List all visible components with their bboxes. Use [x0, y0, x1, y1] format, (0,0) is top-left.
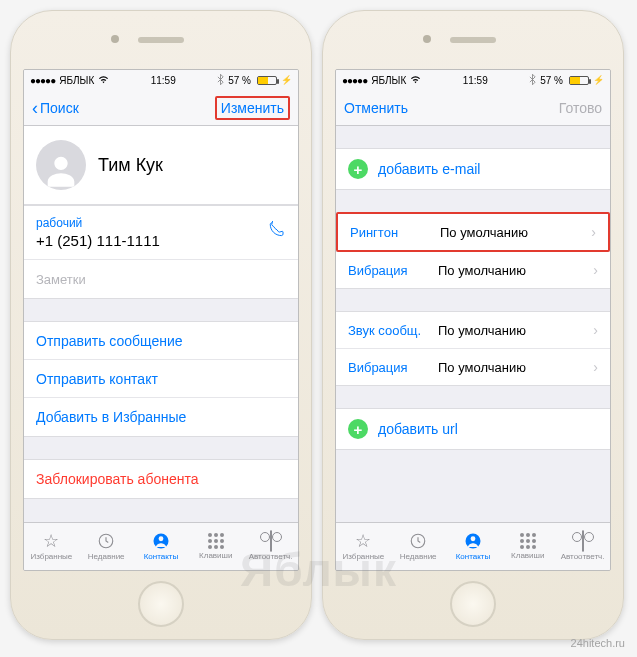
star-icon: ☆: [355, 532, 371, 550]
phone-row[interactable]: рабочий +1 (251) 111-1111: [24, 206, 298, 260]
carrier-label: ЯБЛЫК: [59, 75, 94, 86]
tab-voicemail-label: Автоответч.: [561, 552, 605, 561]
bluetooth-icon: [529, 74, 536, 87]
phone-number: +1 (251) 111-1111: [36, 232, 160, 249]
person-icon: [463, 532, 483, 550]
tab-favorites-label: Избранные: [342, 552, 384, 561]
speaker: [450, 37, 496, 43]
home-button[interactable]: [450, 581, 496, 627]
tab-contacts-label: Контакты: [456, 552, 491, 561]
ringtone-row[interactable]: Рингтон По умолчанию ›: [338, 214, 608, 250]
front-camera: [111, 35, 119, 43]
done-button[interactable]: Готово: [559, 100, 602, 116]
status-bar: ●●●●● ЯБЛЫК 11:59 57 % ⚡: [336, 70, 610, 90]
cancel-button[interactable]: Отменить: [344, 100, 408, 116]
block-contact-row[interactable]: Заблокировать абонента: [24, 460, 298, 498]
clock: 11:59: [151, 75, 176, 86]
tab-bar: ☆ Избранные Недавние Контакты: [336, 522, 610, 570]
text-tone-label: Звук сообщ.: [348, 323, 438, 338]
avatar: [36, 140, 86, 190]
tab-contacts[interactable]: Контакты: [446, 532, 501, 561]
tab-favorites[interactable]: ☆ Избранные: [336, 532, 391, 561]
ringtone-label: Рингтон: [350, 225, 440, 240]
phone-icon[interactable]: [266, 220, 286, 245]
send-contact-label: Отправить контакт: [36, 371, 158, 387]
star-icon: ☆: [43, 532, 59, 550]
send-message-row[interactable]: Отправить сообщение: [24, 322, 298, 360]
tab-keypad[interactable]: Клавиши: [500, 533, 555, 560]
tab-recents-label: Недавние: [88, 552, 125, 561]
block-contact-label: Заблокировать абонента: [36, 471, 199, 487]
bluetooth-icon: [217, 74, 224, 87]
plus-icon: +: [348, 159, 368, 179]
vibration2-label: Вибрация: [348, 360, 438, 375]
tab-contacts[interactable]: Контакты: [134, 532, 189, 561]
screen-right: ●●●●● ЯБЛЫК 11:59 57 % ⚡ Отмени: [335, 69, 611, 571]
person-icon: [151, 532, 171, 550]
vibration2-value: По умолчанию: [438, 360, 587, 375]
add-email-row[interactable]: + добавить e-mail: [336, 149, 610, 189]
svg-point-2: [159, 536, 164, 541]
chevron-right-icon: ›: [593, 322, 598, 338]
home-button[interactable]: [138, 581, 184, 627]
nav-bar: ‹ Поиск Изменить: [24, 90, 298, 126]
wifi-icon: [98, 75, 109, 86]
charging-icon: ⚡: [281, 75, 292, 85]
notes-label: Заметки: [36, 272, 86, 287]
plus-icon: +: [348, 419, 368, 439]
keypad-icon: [520, 533, 536, 549]
chevron-right-icon: ›: [591, 224, 596, 240]
battery-icon: [569, 76, 589, 85]
back-button[interactable]: ‹ Поиск: [32, 99, 79, 117]
tab-bar: ☆ Избранные Недавние Контакты: [24, 522, 298, 570]
charging-icon: ⚡: [593, 75, 604, 85]
add-favorites-label: Добавить в Избранные: [36, 409, 186, 425]
tab-favorites[interactable]: ☆ Избранные: [24, 532, 79, 561]
add-email-label: добавить e-mail: [378, 161, 480, 177]
battery-pct: 57 %: [228, 75, 251, 86]
tab-voicemail[interactable]: Автоответч.: [555, 532, 610, 561]
add-favorites-row[interactable]: Добавить в Избранные: [24, 398, 298, 436]
chevron-left-icon: ‹: [32, 99, 38, 117]
iphone-left: ●●●●● ЯБЛЫК 11:59 57 % ⚡: [10, 10, 312, 640]
vibration-label: Вибрация: [348, 263, 438, 278]
text-tone-row[interactable]: Звук сообщ. По умолчанию ›: [336, 312, 610, 349]
edit-button[interactable]: Изменить: [215, 96, 290, 120]
tab-favorites-label: Избранные: [30, 552, 72, 561]
battery-icon: [257, 76, 277, 85]
tab-recents[interactable]: Недавние: [79, 532, 134, 561]
vibration2-row[interactable]: Вибрация По умолчанию ›: [336, 349, 610, 385]
wifi-icon: [410, 75, 421, 86]
front-camera: [423, 35, 431, 43]
carrier-label: ЯБЛЫК: [371, 75, 406, 86]
screen-left: ●●●●● ЯБЛЫК 11:59 57 % ⚡: [23, 69, 299, 571]
phone-type-label: рабочий: [36, 216, 160, 230]
ringtone-value: По умолчанию: [440, 225, 585, 240]
nav-bar: Отменить Готово: [336, 90, 610, 126]
vibration-value: По умолчанию: [438, 263, 587, 278]
vibration-row[interactable]: Вибрация По умолчанию ›: [336, 252, 610, 288]
contact-name: Тим Кук: [98, 155, 163, 176]
ringtone-highlight: Рингтон По умолчанию ›: [336, 212, 610, 252]
tab-keypad[interactable]: Клавиши: [188, 533, 243, 560]
tab-voicemail[interactable]: Автоответч.: [243, 532, 298, 561]
chevron-right-icon: ›: [593, 359, 598, 375]
contact-header: Тим Кук: [24, 126, 298, 205]
tab-voicemail-label: Автоответч.: [249, 552, 293, 561]
clock-icon: [96, 532, 116, 550]
tab-recents[interactable]: Недавние: [391, 532, 446, 561]
tab-recents-label: Недавние: [400, 552, 437, 561]
signal-dots: ●●●●●: [30, 75, 55, 86]
send-contact-row[interactable]: Отправить контакт: [24, 360, 298, 398]
keypad-icon: [208, 533, 224, 549]
notes-row[interactable]: Заметки: [24, 260, 298, 298]
battery-pct: 57 %: [540, 75, 563, 86]
signal-dots: ●●●●●: [342, 75, 367, 86]
tab-keypad-label: Клавиши: [511, 551, 544, 560]
back-label: Поиск: [40, 100, 79, 116]
iphone-right: ●●●●● ЯБЛЫК 11:59 57 % ⚡ Отмени: [322, 10, 624, 640]
add-url-row[interactable]: + добавить url: [336, 409, 610, 449]
speaker: [138, 37, 184, 43]
chevron-right-icon: ›: [593, 262, 598, 278]
status-bar: ●●●●● ЯБЛЫК 11:59 57 % ⚡: [24, 70, 298, 90]
